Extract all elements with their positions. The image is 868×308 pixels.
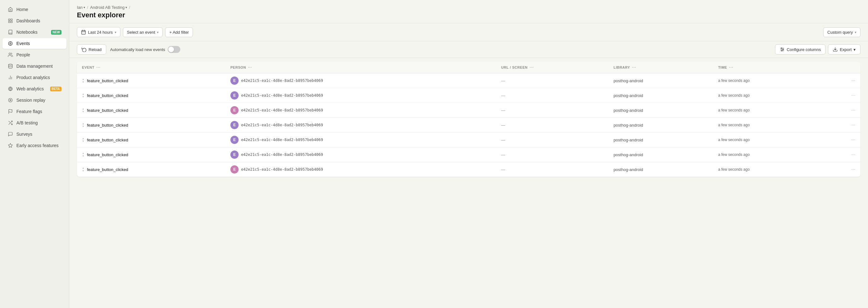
sidebar-item-label-surveys: Surveys [17,132,32,137]
row-more-6[interactable]: ··· [823,162,861,177]
col-actions [823,62,861,73]
sort-arrows-0[interactable]: ▲▼ [82,78,85,83]
person-cell-4: E e42e21c5-ea1c-4d8e-8ad2-b8957beb4069 [225,133,496,147]
sidebar-item-product-analytics[interactable]: Product analytics [2,72,66,83]
sort-arrows-2[interactable]: ▲▼ [82,108,85,113]
person-id-0[interactable]: e42e21c5-ea1c-4d8e-8ad2-b8957beb4069 [241,78,323,83]
custom-query-chevron: ▾ [855,31,856,34]
event-name-2[interactable]: feature_button_clicked [87,108,128,113]
table-row[interactable]: ▲▼ feature_button_clicked E e42e21c5-ea1… [77,88,861,103]
sort-arrows-5[interactable]: ▲▼ [82,152,85,158]
sidebar-item-home[interactable]: Home [2,4,66,15]
analytics-icon [7,75,13,80]
ab-icon [7,120,13,126]
sidebar-item-label-people: People [17,52,30,57]
time-filter-button[interactable]: Last 24 hours ▾ [77,27,120,37]
col-time-more[interactable]: ··· [729,65,733,70]
sidebar-item-feature-flags[interactable]: Feature flags [2,106,66,117]
svg-point-15 [8,98,12,102]
custom-query-button[interactable]: Custom query ▾ [823,27,861,37]
table-row[interactable]: ▲▼ feature_button_clicked E e42e21c5-ea1… [77,147,861,162]
person-id-2[interactable]: e42e21c5-ea1c-4d8e-8ad2-b8957beb4069 [241,108,323,112]
person-id-1[interactable]: e42e21c5-ea1c-4d8e-8ad2-b8957beb4069 [241,93,323,98]
sidebar-item-dashboards[interactable]: Dashboards [2,15,66,26]
row-more-0[interactable]: ··· [823,73,861,88]
sidebar-item-web-analytics[interactable]: Web analyticsBETA [2,83,66,94]
sidebar-item-session-replay[interactable]: Session replay [2,95,66,105]
chevron-down-icon-2: ▾ [125,6,127,9]
event-select-button[interactable]: Select an event ▾ [123,27,163,37]
row-more-2[interactable]: ··· [823,103,861,118]
library-cell-3: posthog-android [609,118,713,133]
col-url: URL / SCREEN ··· [496,62,609,73]
sidebar-item-label-dashboards: Dashboards [17,18,40,23]
event-select-label: Select an event [127,30,155,35]
sidebar-item-surveys[interactable]: Surveys [2,129,66,139]
sidebar-item-label-web-analytics: Web analytics [17,86,44,91]
library-cell-2: posthog-android [609,103,713,118]
table-row[interactable]: ▲▼ feature_button_clicked E e42e21c5-ea1… [77,103,861,118]
table-row[interactable]: ▲▼ feature_button_clicked E e42e21c5-ea1… [77,162,861,177]
add-filter-button[interactable]: + Add filter [165,27,193,37]
person-id-3[interactable]: e42e21c5-ea1c-4d8e-8ad2-b8957beb4069 [241,123,323,127]
breadcrumb-project-label: Android AB Testing [90,5,125,10]
people-icon [7,52,13,58]
svg-marker-21 [8,143,12,147]
event-name-0[interactable]: feature_button_clicked [87,78,128,83]
time-cell-5: a few seconds ago [713,147,823,162]
row-more-1[interactable]: ··· [823,88,861,103]
event-name-6[interactable]: feature_button_clicked [87,167,128,172]
svg-point-8 [9,53,10,55]
col-person-more[interactable]: ··· [248,65,252,70]
avatar-5: E [230,150,239,159]
row-more-5[interactable]: ··· [823,147,861,162]
col-event: EVENT ··· [77,62,225,73]
avatar-4: E [230,136,239,144]
breadcrumb-ian[interactable]: Ian ▾ [77,5,85,10]
person-id-4[interactable]: e42e21c5-ea1c-4d8e-8ad2-b8957beb4069 [241,138,323,142]
event-name-4[interactable]: feature_button_clicked [87,138,128,142]
library-cell-1: posthog-android [609,88,713,103]
table-row[interactable]: ▲▼ feature_button_clicked E e42e21c5-ea1… [77,133,861,147]
person-cell-1: E e42e21c5-ea1c-4d8e-8ad2-b8957beb4069 [225,88,496,103]
sort-arrows-4[interactable]: ▲▼ [82,137,85,143]
badge-notebooks: NEW [51,30,61,35]
svg-point-5 [10,43,11,44]
chevron-down-icon: ▾ [84,6,85,9]
svg-point-30 [783,49,783,50]
table-row[interactable]: ▲▼ feature_button_clicked E e42e21c5-ea1… [77,73,861,88]
person-id-6[interactable]: e42e21c5-ea1c-4d8e-8ad2-b8957beb4069 [241,167,323,172]
auto-load-toggle[interactable] [168,46,180,53]
export-button[interactable]: Export ▾ [828,44,861,55]
event-name-3[interactable]: feature_button_clicked [87,123,128,128]
table-row[interactable]: ▲▼ feature_button_clicked E e42e21c5-ea1… [77,118,861,133]
sidebar-item-notebooks[interactable]: NotebooksNEW [2,27,66,37]
col-person: PERSON ··· [225,62,496,73]
flags-icon [7,109,13,114]
col-library-more[interactable]: ··· [632,65,636,70]
sort-arrows-6[interactable]: ▲▼ [82,167,85,172]
calendar-icon [81,30,86,35]
event-name-1[interactable]: feature_button_clicked [87,93,128,98]
sort-arrows-1[interactable]: ▲▼ [82,93,85,98]
configure-columns-button[interactable]: Configure columns [775,44,826,55]
toolbar: Last 24 hours ▾ Select an event ▾ + Add … [69,23,868,41]
breadcrumb-project[interactable]: Android AB Testing ▾ [90,5,127,10]
sidebar-item-data-management[interactable]: Data management [2,61,66,71]
sidebar-item-events[interactable]: Events [2,38,66,49]
reload-button[interactable]: Reload [77,44,106,55]
person-id-5[interactable]: e42e21c5-ea1c-4d8e-8ad2-b8957beb4069 [241,152,323,157]
col-event-more[interactable]: ··· [96,65,100,70]
svg-rect-22 [82,31,85,34]
early-icon [7,143,13,148]
sidebar-item-ab-testing[interactable]: A/B testing [2,117,66,128]
event-name-5[interactable]: feature_button_clicked [87,152,128,157]
sidebar-item-people[interactable]: People [2,49,66,60]
breadcrumb-sep-1: / [87,5,88,10]
row-more-3[interactable]: ··· [823,118,861,133]
data-icon [7,63,13,69]
sort-arrows-3[interactable]: ▲▼ [82,123,85,128]
row-more-4[interactable]: ··· [823,133,861,147]
col-url-more[interactable]: ··· [529,65,534,70]
sidebar-item-early-access[interactable]: Early access features [2,140,66,151]
